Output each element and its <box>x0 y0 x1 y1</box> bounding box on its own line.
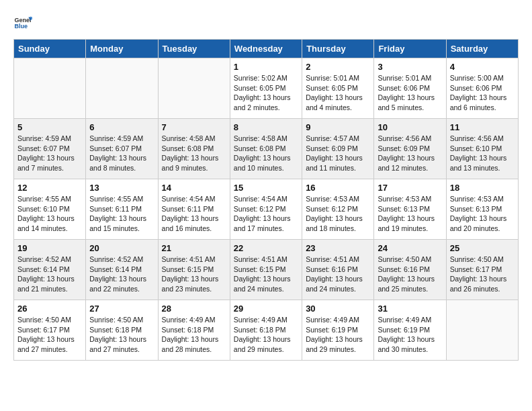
calendar-week-row: 12Sunrise: 4:55 AM Sunset: 6:10 PM Dayli… <box>14 179 519 240</box>
day-info: Sunrise: 5:01 AM Sunset: 6:05 PM Dayligh… <box>306 73 370 113</box>
day-info: Sunrise: 4:51 AM Sunset: 6:15 PM Dayligh… <box>162 255 226 294</box>
col-header-wednesday: Wednesday <box>230 40 302 58</box>
day-number: 7 <box>162 122 226 132</box>
day-info: Sunrise: 4:49 AM Sunset: 6:19 PM Dayligh… <box>306 315 370 355</box>
calendar-cell: 30Sunrise: 4:49 AM Sunset: 6:19 PM Dayli… <box>302 300 374 361</box>
day-number: 21 <box>162 243 226 253</box>
col-header-sunday: Sunday <box>14 40 86 58</box>
col-header-monday: Monday <box>86 40 158 58</box>
calendar-cell: 2Sunrise: 5:01 AM Sunset: 6:05 PM Daylig… <box>302 58 374 119</box>
day-info: Sunrise: 4:49 AM Sunset: 6:18 PM Dayligh… <box>162 315 226 355</box>
day-number: 28 <box>162 304 226 314</box>
day-number: 2 <box>306 62 370 72</box>
calendar-cell: 18Sunrise: 4:53 AM Sunset: 6:13 PM Dayli… <box>446 179 518 240</box>
calendar-cell <box>86 58 158 119</box>
calendar-table: SundayMondayTuesdayWednesdayThursdayFrid… <box>13 39 519 361</box>
calendar-cell: 5Sunrise: 4:59 AM Sunset: 6:07 PM Daylig… <box>14 119 86 179</box>
day-info: Sunrise: 4:51 AM Sunset: 6:15 PM Dayligh… <box>234 255 298 294</box>
day-info: Sunrise: 4:54 AM Sunset: 6:11 PM Dayligh… <box>162 194 226 234</box>
logo-icon: General Blue <box>13 13 32 32</box>
day-info: Sunrise: 4:58 AM Sunset: 6:08 PM Dayligh… <box>162 134 226 173</box>
day-number: 5 <box>17 122 82 132</box>
calendar-cell: 14Sunrise: 4:54 AM Sunset: 6:11 PM Dayli… <box>158 179 230 240</box>
day-info: Sunrise: 5:01 AM Sunset: 6:06 PM Dayligh… <box>378 73 442 113</box>
calendar-cell: 9Sunrise: 4:57 AM Sunset: 6:09 PM Daylig… <box>302 119 374 179</box>
calendar-header-row: SundayMondayTuesdayWednesdayThursdayFrid… <box>14 40 519 58</box>
calendar-cell <box>14 58 86 119</box>
calendar-cell: 20Sunrise: 4:52 AM Sunset: 6:14 PM Dayli… <box>86 240 158 300</box>
calendar-cell <box>446 300 518 361</box>
calendar-cell: 26Sunrise: 4:50 AM Sunset: 6:17 PM Dayli… <box>14 300 86 361</box>
day-number: 25 <box>450 243 515 253</box>
logo: General Blue <box>13 13 32 32</box>
day-info: Sunrise: 4:49 AM Sunset: 6:19 PM Dayligh… <box>378 315 442 355</box>
calendar-cell: 8Sunrise: 4:58 AM Sunset: 6:08 PM Daylig… <box>230 119 302 179</box>
day-number: 31 <box>378 304 442 314</box>
day-number: 14 <box>162 183 226 193</box>
calendar-cell: 17Sunrise: 4:53 AM Sunset: 6:13 PM Dayli… <box>374 179 446 240</box>
day-number: 22 <box>234 243 298 253</box>
day-number: 17 <box>378 183 442 193</box>
calendar-week-row: 26Sunrise: 4:50 AM Sunset: 6:17 PM Dayli… <box>14 300 519 361</box>
day-info: Sunrise: 4:52 AM Sunset: 6:14 PM Dayligh… <box>89 255 154 294</box>
day-info: Sunrise: 4:53 AM Sunset: 6:13 PM Dayligh… <box>378 194 442 234</box>
day-info: Sunrise: 4:55 AM Sunset: 6:11 PM Dayligh… <box>89 194 154 234</box>
calendar-cell: 27Sunrise: 4:50 AM Sunset: 6:18 PM Dayli… <box>86 300 158 361</box>
day-number: 6 <box>89 122 154 132</box>
day-number: 19 <box>17 243 82 253</box>
day-number: 15 <box>234 183 298 193</box>
day-info: Sunrise: 4:50 AM Sunset: 6:16 PM Dayligh… <box>378 255 442 294</box>
day-number: 29 <box>234 304 298 314</box>
calendar-cell: 29Sunrise: 4:49 AM Sunset: 6:18 PM Dayli… <box>230 300 302 361</box>
day-number: 16 <box>306 183 370 193</box>
day-number: 9 <box>306 122 370 132</box>
day-info: Sunrise: 4:56 AM Sunset: 6:09 PM Dayligh… <box>378 134 442 173</box>
day-info: Sunrise: 4:58 AM Sunset: 6:08 PM Dayligh… <box>234 134 298 173</box>
day-info: Sunrise: 5:00 AM Sunset: 6:06 PM Dayligh… <box>450 73 515 113</box>
day-info: Sunrise: 4:54 AM Sunset: 6:12 PM Dayligh… <box>234 194 298 234</box>
calendar-cell: 1Sunrise: 5:02 AM Sunset: 6:05 PM Daylig… <box>230 58 302 119</box>
day-info: Sunrise: 4:53 AM Sunset: 6:12 PM Dayligh… <box>306 194 370 234</box>
calendar-cell: 12Sunrise: 4:55 AM Sunset: 6:10 PM Dayli… <box>14 179 86 240</box>
day-info: Sunrise: 4:52 AM Sunset: 6:14 PM Dayligh… <box>17 255 82 294</box>
calendar-cell: 13Sunrise: 4:55 AM Sunset: 6:11 PM Dayli… <box>86 179 158 240</box>
day-info: Sunrise: 4:50 AM Sunset: 6:17 PM Dayligh… <box>450 255 515 294</box>
day-info: Sunrise: 5:02 AM Sunset: 6:05 PM Dayligh… <box>234 73 298 113</box>
calendar-cell: 25Sunrise: 4:50 AM Sunset: 6:17 PM Dayli… <box>446 240 518 300</box>
calendar-cell: 21Sunrise: 4:51 AM Sunset: 6:15 PM Dayli… <box>158 240 230 300</box>
day-info: Sunrise: 4:59 AM Sunset: 6:07 PM Dayligh… <box>17 134 82 173</box>
day-info: Sunrise: 4:53 AM Sunset: 6:13 PM Dayligh… <box>450 194 515 234</box>
calendar-cell: 24Sunrise: 4:50 AM Sunset: 6:16 PM Dayli… <box>374 240 446 300</box>
calendar-cell: 11Sunrise: 4:56 AM Sunset: 6:10 PM Dayli… <box>446 119 518 179</box>
day-number: 11 <box>450 122 515 132</box>
day-number: 27 <box>89 304 154 314</box>
day-number: 13 <box>89 183 154 193</box>
day-number: 4 <box>450 62 515 72</box>
calendar-cell: 10Sunrise: 4:56 AM Sunset: 6:09 PM Dayli… <box>374 119 446 179</box>
calendar-cell <box>158 58 230 119</box>
col-header-saturday: Saturday <box>446 40 518 58</box>
calendar-cell: 15Sunrise: 4:54 AM Sunset: 6:12 PM Dayli… <box>230 179 302 240</box>
calendar-cell: 22Sunrise: 4:51 AM Sunset: 6:15 PM Dayli… <box>230 240 302 300</box>
svg-text:Blue: Blue <box>14 23 28 30</box>
day-number: 18 <box>450 183 515 193</box>
calendar-week-row: 19Sunrise: 4:52 AM Sunset: 6:14 PM Dayli… <box>14 240 519 300</box>
day-info: Sunrise: 4:57 AM Sunset: 6:09 PM Dayligh… <box>306 134 370 173</box>
day-number: 26 <box>17 304 82 314</box>
day-number: 24 <box>378 243 442 253</box>
day-info: Sunrise: 4:49 AM Sunset: 6:18 PM Dayligh… <box>234 315 298 355</box>
calendar-week-row: 5Sunrise: 4:59 AM Sunset: 6:07 PM Daylig… <box>14 119 519 179</box>
day-info: Sunrise: 4:51 AM Sunset: 6:16 PM Dayligh… <box>306 255 370 294</box>
calendar-cell: 3Sunrise: 5:01 AM Sunset: 6:06 PM Daylig… <box>374 58 446 119</box>
calendar-cell: 6Sunrise: 4:59 AM Sunset: 6:07 PM Daylig… <box>86 119 158 179</box>
calendar-cell: 28Sunrise: 4:49 AM Sunset: 6:18 PM Dayli… <box>158 300 230 361</box>
col-header-tuesday: Tuesday <box>158 40 230 58</box>
calendar-cell: 4Sunrise: 5:00 AM Sunset: 6:06 PM Daylig… <box>446 58 518 119</box>
col-header-friday: Friday <box>374 40 446 58</box>
day-number: 8 <box>234 122 298 132</box>
day-number: 30 <box>306 304 370 314</box>
day-number: 23 <box>306 243 370 253</box>
day-number: 10 <box>378 122 442 132</box>
day-number: 3 <box>378 62 442 72</box>
day-number: 1 <box>234 62 298 72</box>
